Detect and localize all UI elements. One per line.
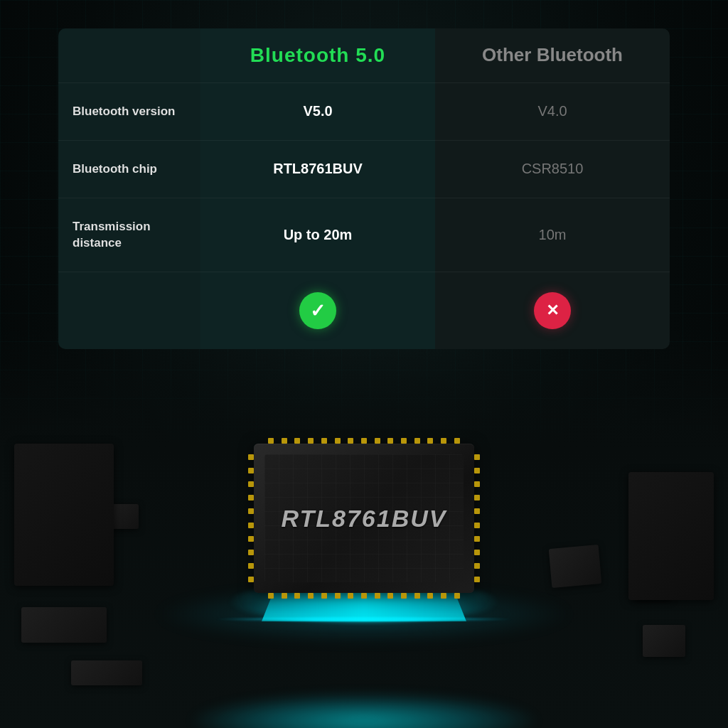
- bt5-header-label: Bluetooth 5.0: [250, 44, 385, 66]
- table-row-version: Bluetooth version V5.0 V4.0: [58, 82, 670, 140]
- header-empty-cell: [58, 28, 200, 82]
- header-other-cell: Other Bluetooth: [435, 28, 670, 82]
- icon-bt5-cell: ✓: [200, 272, 435, 349]
- table-header-row: Bluetooth 5.0 Other Bluetooth: [58, 28, 670, 82]
- icon-empty-cell: [58, 272, 200, 349]
- other-header-label: Other Bluetooth: [482, 44, 623, 65]
- row-other-version: V4.0: [435, 82, 670, 140]
- row-bt5-version: V5.0: [200, 82, 435, 140]
- header-bt5-cell: Bluetooth 5.0: [200, 28, 435, 82]
- row-other-distance: 10m: [435, 198, 670, 272]
- table-icon-row: ✓ ✕: [58, 272, 670, 349]
- page-wrapper: Bluetooth 5.0 Other Bluetooth Bluetooth …: [0, 0, 728, 728]
- comparison-table-section: Bluetooth 5.0 Other Bluetooth Bluetooth …: [58, 28, 670, 349]
- cross-icon: ✕: [534, 292, 571, 329]
- checkmark-icon: ✓: [299, 292, 336, 329]
- table-row-distance: Transmission distance Up to 20m 10m: [58, 198, 670, 272]
- row-label-version: Bluetooth version: [58, 82, 200, 140]
- table-row-chip: Bluetooth chip RTL8761BUV CSR8510: [58, 140, 670, 198]
- icon-other-cell: ✕: [435, 272, 670, 349]
- row-label-distance: Transmission distance: [58, 198, 200, 272]
- row-bt5-chip: RTL8761BUV: [200, 140, 435, 198]
- row-other-chip: CSR8510: [435, 140, 670, 198]
- row-label-chip: Bluetooth chip: [58, 140, 200, 198]
- row-bt5-distance: Up to 20m: [200, 198, 435, 272]
